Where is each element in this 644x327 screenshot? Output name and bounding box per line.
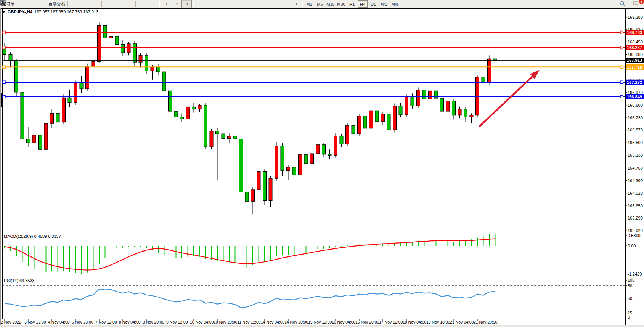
shapes-button[interactable]: ▾ [291, 0, 301, 8]
svg-text:164.390: 164.390 [628, 178, 643, 183]
zoom-in-button[interactable] [103, 0, 114, 8]
svg-text:164.020: 164.020 [628, 191, 643, 196]
svg-text:167.272: 167.272 [627, 80, 642, 85]
svg-text:14 Nov 20:00: 14 Nov 20:00 [284, 320, 308, 324]
candle-chart-button[interactable] [80, 0, 90, 8]
svg-text:3 Nov 12:00: 3 Nov 12:00 [24, 320, 46, 324]
svg-text:0.5399: 0.5399 [628, 233, 641, 238]
timeframe-w1-button[interactable]: W1 [379, 0, 389, 8]
toolbar-right-icons: 1 [619, 0, 642, 8]
timeframe-h1-button[interactable]: H1 [347, 0, 357, 8]
community-button[interactable] [26, 0, 36, 8]
chevron-down-icon[interactable]: ▾ [166, 3, 167, 6]
indicator-up-button[interactable] [148, 0, 158, 8]
chevron-down-icon[interactable]: ▾ [296, 3, 297, 6]
notification-badge: 1 [639, 0, 644, 5]
search-button[interactable] [619, 0, 629, 8]
timeframe-h4-button[interactable]: H4 [358, 0, 368, 8]
svg-text:166.230: 166.230 [628, 115, 643, 120]
svg-text:18 Nov 04:00: 18 Nov 04:00 [403, 320, 427, 324]
bar-chart-button[interactable] [69, 0, 80, 8]
template-button[interactable]: ▾ [181, 0, 192, 8]
svg-text:10 Nov 04:00: 10 Nov 04:00 [190, 320, 214, 324]
toolbar-separator [135, 1, 136, 7]
cursor-button[interactable] [195, 0, 205, 8]
svg-text:167.913: 167.913 [627, 58, 642, 63]
svg-text:11 Nov 12:00: 11 Nov 12:00 [237, 320, 261, 324]
chevron-down-icon[interactable]: ▾ [176, 3, 178, 6]
partial-candle [1, 93, 3, 107]
timeframe-mn-button[interactable]: MN [390, 0, 400, 8]
toolbar-separator [101, 1, 102, 7]
text-button[interactable]: A [270, 0, 280, 8]
svg-text:15: 15 [628, 311, 632, 315]
trendline-button[interactable] [239, 0, 249, 8]
svg-text:165.870: 165.870 [628, 128, 643, 132]
macd-indicator-label: MACD(12,26,9) 0.4589 0.3137 [4, 234, 61, 239]
svg-text:169.180: 169.180 [628, 15, 643, 19]
chevron-down-icon[interactable]: ▾ [186, 3, 188, 6]
auto-trading-button[interactable]: 自动交易 [47, 0, 66, 8]
signals-button[interactable] [36, 0, 47, 8]
line-chart-button[interactable] [90, 0, 100, 8]
svg-text:16 Nov 04:00: 16 Nov 04:00 [332, 320, 356, 324]
toolbar-separator [217, 1, 217, 7]
svg-text:168.450: 168.450 [628, 40, 643, 44]
toolbar-separator [302, 1, 303, 7]
chat-button[interactable]: 1 [632, 0, 642, 8]
svg-text:9 Nov 12:00: 9 Nov 12:00 [166, 320, 188, 324]
tile-windows-button[interactable] [124, 0, 134, 8]
svg-text:21 Nov 20:00: 21 Nov 20:00 [474, 320, 498, 324]
svg-text:16 Nov 20:00: 16 Nov 20:00 [355, 320, 379, 324]
gold-button[interactable] [16, 0, 26, 8]
zoom-out-button[interactable] [114, 0, 124, 8]
channel-button[interactable]: E [249, 0, 260, 8]
timeframe-m15-button[interactable]: M15 [326, 0, 336, 8]
svg-text:21 Nov 04:00: 21 Nov 04:00 [450, 320, 474, 324]
svg-text:162.920: 162.920 [628, 228, 643, 233]
timeframe-m30-button[interactable]: M30 [336, 0, 346, 8]
svg-text:10 Nov 20:00: 10 Nov 20:00 [214, 320, 238, 324]
hline-button[interactable] [229, 0, 239, 8]
label-button[interactable]: T [280, 0, 291, 8]
timeframe-m1-button[interactable]: M1 [304, 0, 314, 8]
svg-text:164.760: 164.760 [628, 166, 643, 170]
svg-text:100: 100 [628, 278, 634, 282]
svg-text:0.00: 0.00 [628, 244, 636, 248]
crosshair-button[interactable] [205, 0, 215, 8]
svg-text:165.500: 165.500 [628, 140, 643, 145]
svg-text:163.290: 163.290 [628, 216, 643, 220]
svg-text:166.849: 166.849 [627, 95, 642, 99]
svg-text:4 Nov 04:00: 4 Nov 04:00 [48, 320, 70, 324]
fibo-button[interactable]: F [260, 0, 270, 8]
time-axis[interactable]: 2 Nov 20223 Nov 12:004 Nov 04:006 Nov 23… [1, 319, 498, 324]
svg-text:17 Nov 12:00: 17 Nov 12:00 [379, 320, 403, 324]
toolbar-separator [67, 1, 68, 7]
svg-text:8 Nov 20:00: 8 Nov 20:00 [143, 320, 164, 324]
svg-text:6 Nov 23:00: 6 Nov 23:00 [72, 320, 93, 324]
chart-title: GBPJPY-,H4 167.957 167.959 167.759 167.9… [2, 10, 98, 14]
period-button[interactable]: ▾ [171, 0, 181, 8]
toolbar-separator [159, 1, 160, 7]
svg-text:7 Nov 12:00: 7 Nov 12:00 [95, 320, 117, 324]
toolbar-separator [193, 1, 194, 7]
svg-text:168.080: 168.080 [628, 52, 643, 57]
svg-text:15 Nov 12:00: 15 Nov 12:00 [308, 320, 332, 324]
add-indicator-button[interactable]: ▾ [161, 0, 171, 8]
svg-text:168.733: 168.733 [627, 30, 642, 35]
timeframe-d1-button[interactable]: D1 [368, 0, 378, 8]
svg-text:0: 0 [628, 315, 630, 319]
svg-text:80: 80 [628, 284, 632, 288]
svg-text:18 Nov 18:00: 18 Nov 18:00 [426, 320, 450, 324]
chart-canvas[interactable]: 169.180168.820168.450168.080167.710167.3… [0, 0, 644, 327]
svg-text:14 Nov 04:00: 14 Nov 04:00 [261, 320, 285, 324]
svg-text:-1.2429: -1.2429 [628, 272, 642, 276]
vline-button[interactable] [218, 0, 229, 8]
svg-text:163.650: 163.650 [628, 204, 643, 208]
chevron-down-icon[interactable] [2, 11, 5, 13]
rsi-indicator-label: RSI(14) 66.3533 [4, 278, 35, 283]
indicator-window-button[interactable] [137, 0, 148, 8]
quote-ohlc-label: 167.957 167.959 167.759 167.913 [34, 10, 98, 14]
timeframe-m5-button[interactable]: M5 [315, 0, 325, 8]
trading-platform-window: 169.180168.820168.450168.080167.710167.3… [0, 0, 644, 327]
